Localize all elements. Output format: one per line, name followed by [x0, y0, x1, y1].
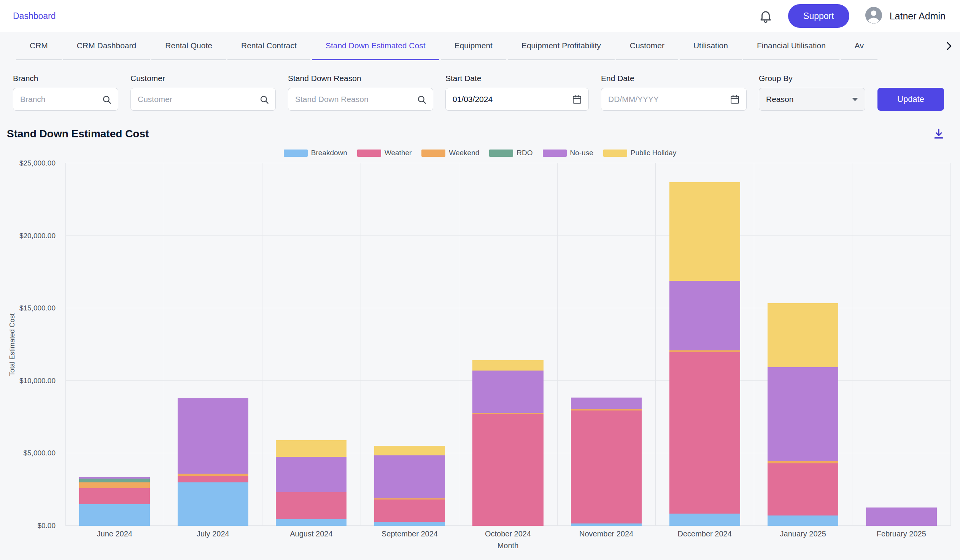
bar-segment-no-use: [178, 398, 248, 474]
legend-swatch: [357, 149, 381, 157]
start-date-field: Start Date: [445, 74, 589, 111]
legend-label: Breakdown: [311, 149, 347, 157]
y-axis-title: Total Estimated Cost: [8, 313, 16, 376]
tab-list: CRMCRM DashboardRental QuoteRental Contr…: [15, 32, 938, 60]
bar-segment-weekend: [79, 482, 150, 488]
search-icon[interactable]: [259, 94, 269, 105]
tab-av[interactable]: Av: [841, 32, 877, 60]
download-icon[interactable]: [933, 128, 945, 140]
y-axis-tick-label: $25,000.00: [19, 159, 56, 167]
legend-item-weekend[interactable]: Weekend: [421, 149, 479, 157]
bar-segment-breakdown: [79, 504, 150, 526]
search-icon[interactable]: [102, 94, 112, 105]
user-menu[interactable]: Latner Admin: [864, 6, 946, 26]
y-axis-tick-label: $15,000.00: [19, 304, 56, 312]
x-axis-tick-label: February 2025: [852, 530, 951, 538]
tab-utilisation[interactable]: Utilisation: [680, 32, 742, 60]
tab-customer[interactable]: Customer: [616, 32, 678, 60]
bar-column-july-2024: [164, 163, 262, 526]
stacked-bar-chart: Total Estimated Cost $0.00$5,000.00$10,0…: [0, 163, 960, 526]
y-axis: Total Estimated Cost $0.00$5,000.00$10,0…: [0, 163, 59, 526]
legend-item-public-holiday[interactable]: Public Holiday: [603, 149, 676, 157]
group-by-label: Group By: [759, 74, 865, 83]
bar-column-february-2025: [852, 163, 950, 526]
x-axis-tick-label: September 2024: [360, 530, 459, 538]
notification-bell-icon[interactable]: [758, 9, 773, 23]
gridline-vertical: [950, 163, 951, 526]
branch-label: Branch: [13, 74, 118, 83]
legend-swatch: [543, 149, 567, 157]
search-icon[interactable]: [416, 94, 427, 105]
bar-column-january-2025: [754, 163, 852, 526]
tab-crm-dashboard[interactable]: CRM Dashboard: [63, 32, 150, 60]
update-button[interactable]: Update: [877, 88, 944, 111]
bar-segment-breakdown: [374, 522, 445, 526]
stand-down-reason-input[interactable]: [288, 88, 433, 110]
group-by-field: Group By Reason: [759, 74, 865, 111]
y-axis-tick-label: $10,000.00: [19, 377, 56, 385]
calendar-icon[interactable]: [572, 94, 582, 105]
tab-rental-quote[interactable]: Rental Quote: [151, 32, 226, 60]
start-date-input[interactable]: [446, 88, 589, 110]
group-by-select[interactable]: Reason: [759, 88, 865, 111]
x-axis-tick-label: July 2024: [164, 530, 262, 538]
tab-crm[interactable]: CRM: [16, 32, 62, 60]
bar-column-september-2024: [360, 163, 459, 526]
chart-legend: BreakdownWeatherWeekendRDONo-usePublic H…: [0, 148, 960, 158]
end-date-input[interactable]: [601, 88, 746, 110]
branch-field: Branch: [13, 74, 118, 111]
legend-label: Weekend: [449, 149, 479, 157]
bar-column-november-2024: [557, 163, 656, 526]
legend-swatch: [284, 149, 308, 157]
chevron-right-icon[interactable]: [938, 32, 960, 60]
legend-item-weather[interactable]: Weather: [357, 149, 411, 157]
tab-financial-utilisation[interactable]: Financial Utilisation: [743, 32, 840, 60]
bar-segment-weather: [571, 411, 642, 523]
dashboard-link[interactable]: Dashboard: [13, 11, 56, 21]
legend-item-breakdown[interactable]: Breakdown: [284, 149, 347, 157]
bar-stack: [374, 163, 445, 526]
bar-segment-no-use: [866, 507, 937, 526]
stand-down-reason-label: Stand Down Reason: [288, 74, 433, 83]
start-date-label: Start Date: [445, 74, 589, 83]
customer-field: Customer: [130, 74, 276, 111]
x-axis-title: Month: [66, 541, 950, 550]
tab-stand-down-estimated-cost[interactable]: Stand Down Estimated Cost: [312, 32, 439, 60]
bar-segment-breakdown: [571, 523, 642, 526]
y-axis-tick-label: $0.00: [37, 522, 56, 530]
calendar-icon[interactable]: [730, 94, 740, 105]
bar-segment-weather: [79, 488, 150, 504]
legend-item-no-use[interactable]: No-use: [543, 149, 594, 157]
legend-label: Weather: [384, 149, 411, 157]
bar-segment-no-use: [669, 281, 740, 350]
support-button[interactable]: Support: [788, 4, 849, 28]
end-date-field: End Date: [601, 74, 747, 111]
bar-segment-public-holiday: [768, 303, 838, 367]
tab-equipment-profitability[interactable]: Equipment Profitability: [508, 32, 614, 60]
bar-segment-public-holiday: [276, 440, 347, 457]
tab-rental-contract[interactable]: Rental Contract: [227, 32, 310, 60]
customer-input[interactable]: [131, 88, 275, 110]
bar-column-december-2024: [655, 163, 754, 526]
bar-segment-no-use: [374, 455, 445, 498]
legend-item-rdo[interactable]: RDO: [489, 149, 533, 157]
user-name: Latner Admin: [890, 11, 946, 22]
x-axis-tick-label: November 2024: [557, 530, 656, 538]
legend-swatch: [603, 149, 627, 157]
caret-down-icon: [852, 98, 858, 101]
end-date-label: End Date: [601, 74, 747, 83]
page-title: Stand Down Estimated Cost: [7, 128, 149, 140]
x-axis-tick-label: December 2024: [655, 530, 754, 538]
bar-segment-weather: [276, 492, 347, 519]
bar-segment-breakdown: [178, 482, 248, 526]
tab-equipment[interactable]: Equipment: [441, 32, 506, 60]
bar-segment-breakdown: [669, 514, 740, 526]
bar-segment-weather: [669, 352, 740, 513]
bar-segment-rdo: [79, 478, 150, 482]
stand-down-reason-field: Stand Down Reason: [288, 74, 433, 111]
filter-bar: Branch Customer Stand Down Reason: [0, 60, 960, 111]
bar-segment-no-use: [276, 457, 347, 492]
x-axis-tick-label: October 2024: [459, 530, 557, 538]
bar-segment-weather: [178, 476, 248, 482]
bar-column-october-2024: [459, 163, 557, 526]
